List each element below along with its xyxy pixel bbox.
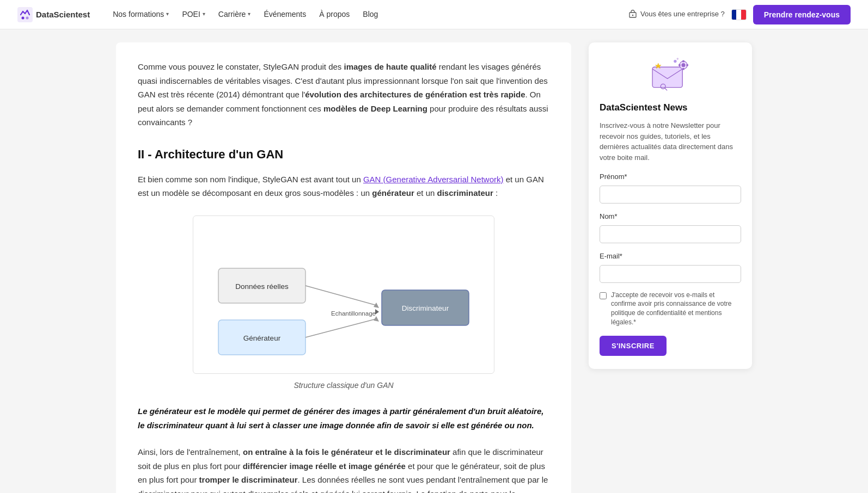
email-input[interactable]: [600, 265, 741, 283]
carriere-chevron-icon: ▾: [248, 10, 250, 19]
svg-point-4: [632, 15, 634, 16]
formations-chevron-icon: ▾: [166, 10, 169, 19]
svg-point-26: [677, 58, 679, 60]
gan-intro-paragraph: Et bien comme son nom l'indique, StyleGA…: [138, 172, 549, 200]
newsletter-card: DataScientest News Inscrivez-vous à notr…: [589, 42, 752, 369]
enterprise-icon: [628, 10, 637, 19]
gan-diagram: Données réelles Générateur Echantillonna…: [202, 225, 485, 361]
svg-point-1: [22, 16, 25, 19]
svg-text:Discriminateur: Discriminateur: [402, 304, 449, 312]
flag-fr[interactable]: [731, 9, 747, 20]
prenom-group: Prénom*: [600, 171, 741, 204]
logo-link[interactable]: DataScientest: [17, 7, 90, 22]
training-paragraph: Ainsi, lors de l'entraînement, on entraî…: [138, 445, 549, 493]
email-label: E-mail*: [600, 251, 741, 262]
svg-line-9: [305, 286, 376, 305]
section-heading: II - Architecture d'un GAN: [138, 145, 549, 164]
svg-point-2: [26, 16, 29, 19]
svg-marker-14: [375, 309, 379, 315]
newsletter-icon: [649, 56, 692, 94]
consent-label: J'accepte de recevoir vos e-mails et con…: [611, 291, 741, 327]
gan-link[interactable]: GAN (Generative Adversarial Network): [363, 175, 504, 184]
svg-marker-10: [374, 303, 379, 308]
page-wrapper: Comme vous pouvez le constater, StyleGAN…: [107, 29, 761, 493]
intro-paragraph: Comme vous pouvez le constater, StyleGAN…: [138, 60, 549, 130]
enterprise-link[interactable]: Vous êtes une entreprise ?: [628, 9, 725, 20]
svg-point-19: [681, 63, 685, 67]
svg-rect-23: [686, 64, 688, 66]
nav-evenements[interactable]: Événements: [258, 5, 311, 23]
nav-apropos[interactable]: À propos: [314, 5, 355, 23]
poei-chevron-icon: ▾: [203, 10, 205, 19]
sidebar: DataScientest News Inscrivez-vous à notr…: [589, 42, 752, 369]
nav-formations[interactable]: Nos formations ▾: [107, 5, 174, 23]
brand-name: DataScientest: [36, 8, 90, 21]
email-group: E-mail*: [600, 251, 741, 283]
newsletter-icon-area: [600, 56, 741, 94]
nav-blog[interactable]: Blog: [357, 5, 383, 23]
svg-rect-20: [682, 60, 684, 63]
newsletter-title: DataScientest News: [600, 100, 741, 115]
cta-button[interactable]: Prendre rendez-vous: [753, 5, 851, 24]
italic-bold-block: Le générateur est le modèle qui permet d…: [138, 404, 549, 432]
navbar: DataScientest Nos formations ▾ POEI ▾ Ca…: [0, 0, 868, 29]
consent-checkbox[interactable]: [600, 292, 607, 299]
newsletter-desc: Inscrivez-vous à notre Newsletter pour r…: [600, 120, 741, 163]
svg-text:Générateur: Générateur: [243, 334, 281, 342]
nav-right: Vous êtes une entreprise ? Prendre rende…: [628, 5, 851, 24]
svg-marker-12: [374, 316, 379, 322]
svg-rect-0: [17, 7, 33, 22]
nom-group: Nom*: [600, 211, 741, 243]
svg-rect-17: [652, 67, 682, 87]
logo-icon: [17, 7, 33, 22]
svg-line-11: [305, 319, 376, 337]
svg-rect-22: [678, 64, 681, 66]
nav-carriere[interactable]: Carrière ▾: [213, 5, 256, 23]
svg-text:Données réelles: Données réelles: [235, 282, 289, 291]
svg-text:Echantillonnage: Echantillonnage: [331, 310, 376, 317]
subscribe-button[interactable]: S'INSCRIRE: [600, 336, 667, 356]
svg-point-25: [674, 60, 676, 63]
nav-poei[interactable]: POEI ▾: [176, 5, 210, 23]
prenom-input[interactable]: [600, 186, 741, 204]
svg-line-28: [665, 88, 667, 90]
diagram-container: Données réelles Générateur Echantillonna…: [138, 215, 549, 391]
diagram-svg-wrapper: Données réelles Générateur Echantillonna…: [193, 215, 494, 374]
prenom-label: Prénom*: [600, 171, 741, 183]
diagram-caption: Structure classique d'un GAN: [294, 379, 393, 391]
main-content: Comme vous pouvez le constater, StyleGAN…: [116, 42, 571, 493]
nom-label: Nom*: [600, 211, 741, 223]
nom-input[interactable]: [600, 225, 741, 243]
svg-rect-21: [682, 68, 684, 70]
nav-links: Nos formations ▾ POEI ▾ Carrière ▾ Événe…: [107, 5, 624, 23]
consent-group: J'accepte de recevoir vos e-mails et con…: [600, 291, 741, 327]
